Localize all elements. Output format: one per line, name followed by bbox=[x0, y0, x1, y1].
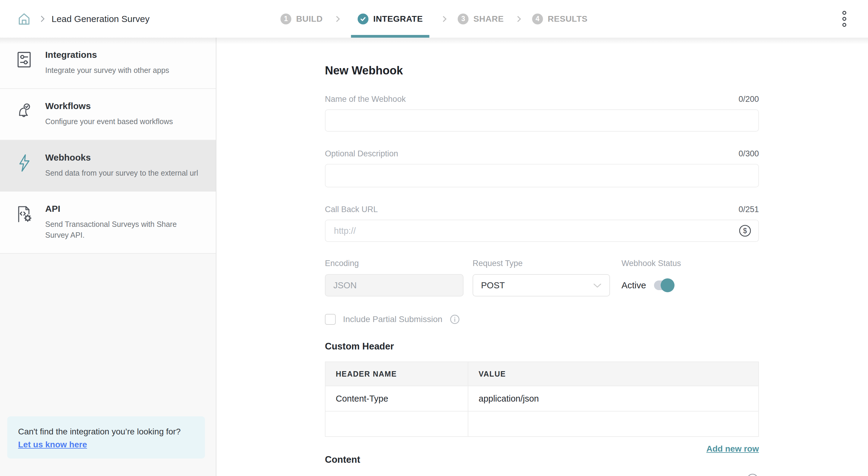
step-separator-icon bbox=[334, 16, 340, 22]
integrations-sidebar: Integrations Integrate your survey with … bbox=[0, 38, 216, 476]
encoding-value-disabled: JSON bbox=[325, 274, 464, 296]
home-icon[interactable] bbox=[17, 12, 31, 26]
webhook-status-group: Webhook Status Active bbox=[621, 259, 681, 296]
content-hint-row: You can use the placeholders to pass the… bbox=[325, 473, 759, 476]
survey-title[interactable]: Lead Generation Survey bbox=[52, 14, 150, 24]
webhook-form-panel: New Webhook Name of the Webhook 0/200 Op… bbox=[216, 38, 868, 476]
step-results[interactable]: 4 RESULTS bbox=[532, 0, 587, 38]
header-name-cell[interactable]: Content-Type bbox=[325, 386, 468, 411]
webhook-description-counter: 0/300 bbox=[738, 149, 759, 158]
insert-variable-icon[interactable]: $ bbox=[738, 224, 752, 237]
custom-header-table: HEADER NAME VALUE Content-Type applicati… bbox=[325, 361, 759, 437]
webhook-description-group: Optional Description 0/300 bbox=[325, 149, 759, 187]
step-share-label: SHARE bbox=[473, 14, 504, 24]
request-type-select[interactable]: POST bbox=[472, 274, 610, 296]
step-results-number: 4 bbox=[532, 13, 543, 24]
sidebar-item-title: API bbox=[45, 204, 201, 214]
table-header-row: HEADER NAME VALUE bbox=[325, 362, 758, 386]
content-section-title: Content bbox=[325, 454, 759, 465]
sidebar-item-title: Integrations bbox=[45, 50, 169, 60]
more-options-kebab-icon[interactable] bbox=[840, 8, 849, 29]
info-icon[interactable] bbox=[450, 314, 460, 324]
callback-url-counter: 0/251 bbox=[738, 205, 759, 214]
breadcrumb: Lead Generation Survey bbox=[17, 12, 150, 26]
options-row: Encoding JSON Request Type POST W bbox=[325, 259, 759, 296]
partial-submission-group: Include Partial Submission bbox=[325, 314, 759, 325]
integration-request-text: Can't find the integration you’re lookin… bbox=[18, 425, 194, 438]
sidebar-item-webhooks[interactable]: Webhooks Send data from your survey to t… bbox=[0, 140, 216, 192]
step-build[interactable]: 1 BUILD bbox=[281, 0, 323, 38]
step-integrate[interactable]: INTEGRATE bbox=[351, 0, 430, 38]
step-separator-icon bbox=[441, 16, 447, 22]
webhook-description-label: Optional Description bbox=[325, 149, 398, 158]
check-icon bbox=[358, 13, 369, 24]
sidebar-item-workflows[interactable]: Workflows Configure your event based wor… bbox=[0, 89, 216, 140]
let-us-know-link[interactable]: Let us know here bbox=[18, 440, 87, 449]
insert-variable-icon[interactable]: $ bbox=[746, 473, 759, 476]
step-build-number: 1 bbox=[281, 13, 291, 24]
sidebar-item-title: Webhooks bbox=[45, 153, 198, 163]
toggle-knob bbox=[661, 278, 675, 292]
value-column: VALUE bbox=[468, 362, 758, 386]
sidebar-item-subtitle: Send data from your survey to the extern… bbox=[45, 167, 198, 178]
sidebar-item-api[interactable]: API Send Transactional Surveys with Shar… bbox=[0, 192, 216, 254]
value-cell[interactable] bbox=[468, 411, 758, 437]
webhook-name-counter: 0/200 bbox=[738, 95, 759, 104]
step-integrate-label: INTEGRATE bbox=[373, 14, 423, 24]
webhook-name-input[interactable] bbox=[326, 110, 758, 131]
webhook-description-input[interactable] bbox=[326, 164, 758, 187]
header-name-cell[interactable] bbox=[325, 411, 468, 437]
table-row bbox=[325, 411, 758, 437]
request-type-label: Request Type bbox=[472, 259, 610, 268]
chevron-down-icon bbox=[593, 281, 601, 290]
workflows-icon bbox=[15, 101, 33, 127]
callback-url-group: Call Back URL 0/251 $ bbox=[325, 205, 759, 242]
sidebar-item-subtitle: Send Transactional Surveys with Share Su… bbox=[45, 219, 201, 241]
encoding-label: Encoding bbox=[325, 259, 464, 268]
webhook-status-value: Active bbox=[621, 280, 646, 290]
add-new-row-link[interactable]: Add new row bbox=[707, 444, 759, 454]
integrations-icon bbox=[15, 50, 33, 75]
step-results-label: RESULTS bbox=[548, 14, 587, 24]
webhook-settings-page: Lead Generation Survey 1 BUILD INTEGRATE… bbox=[0, 0, 868, 476]
step-share[interactable]: 3 SHARE bbox=[458, 0, 504, 38]
callback-url-input[interactable] bbox=[326, 220, 758, 241]
step-share-number: 3 bbox=[458, 13, 469, 24]
callback-url-label: Call Back URL bbox=[325, 205, 378, 214]
sidebar-item-subtitle: Integrate your survey with other apps bbox=[45, 65, 169, 75]
sidebar-item-subtitle: Configure your event based workflows bbox=[45, 116, 173, 127]
webhooks-icon bbox=[15, 153, 33, 178]
wizard-steps: 1 BUILD INTEGRATE 3 SHARE 4 RESULTS bbox=[281, 0, 588, 38]
need-help-link[interactable]: Need Help? bbox=[589, 475, 635, 476]
partial-submission-checkbox[interactable] bbox=[325, 314, 336, 325]
sidebar-item-title: Workflows bbox=[45, 101, 173, 111]
custom-header-title: Custom Header bbox=[325, 341, 759, 352]
table-row: Content-Type application/json bbox=[325, 386, 758, 411]
partial-submission-label: Include Partial Submission bbox=[343, 315, 442, 324]
top-header: Lead Generation Survey 1 BUILD INTEGRATE… bbox=[0, 0, 868, 38]
webhook-name-label: Name of the Webhook bbox=[325, 95, 406, 104]
request-type-value: POST bbox=[481, 281, 505, 290]
encoding-group: Encoding JSON bbox=[325, 259, 464, 296]
webhook-name-group: Name of the Webhook 0/200 bbox=[325, 95, 759, 132]
sidebar-filler bbox=[0, 254, 216, 416]
sidebar-item-integrations[interactable]: Integrations Integrate your survey with … bbox=[0, 38, 216, 89]
request-type-group: Request Type POST bbox=[472, 259, 610, 296]
content-hint: You can use the placeholders to pass the… bbox=[325, 475, 586, 476]
breadcrumb-chevron-icon bbox=[38, 16, 44, 22]
page-title: New Webhook bbox=[325, 64, 759, 77]
step-separator-icon bbox=[515, 16, 521, 22]
api-icon bbox=[15, 204, 33, 241]
value-cell[interactable]: application/json bbox=[468, 386, 758, 411]
svg-text:$: $ bbox=[743, 227, 747, 235]
integration-request-box: Can't find the integration you’re lookin… bbox=[7, 416, 205, 458]
step-build-label: BUILD bbox=[296, 14, 323, 24]
header-name-column: HEADER NAME bbox=[325, 362, 468, 386]
webhook-status-toggle[interactable] bbox=[654, 281, 674, 290]
webhook-status-label: Webhook Status bbox=[621, 259, 681, 268]
